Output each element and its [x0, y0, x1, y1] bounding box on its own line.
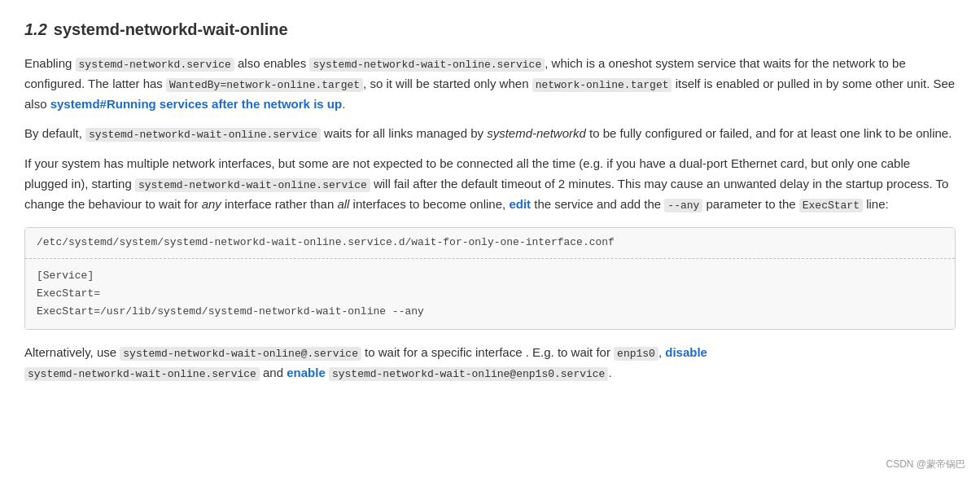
- p4-code4: systemd-networkd-wait-online@enp1s0.serv…: [329, 367, 608, 381]
- p1-code2: systemd-networkd-wait-online.service: [309, 58, 545, 72]
- p4-code3: systemd-networkd-wait-online.service: [24, 367, 260, 381]
- code-block: /etc/systemd/system/systemd-networkd-wai…: [24, 227, 956, 330]
- p3-code2: --any: [664, 199, 702, 213]
- section-title: systemd-networkd-wait-online: [54, 16, 288, 42]
- p4-code1: systemd-networkd-wait-online@.service: [120, 347, 361, 361]
- p3-italic1: any: [202, 197, 221, 211]
- p3-text6: parameter to the: [702, 197, 798, 211]
- code-line-3: ExecStart=/usr/lib/systemd/systemd-netwo…: [37, 303, 943, 321]
- p3-italic2: all: [337, 197, 349, 211]
- p4-text2: to wait for a specific interface . E.g. …: [361, 345, 614, 359]
- p2-text-before: By default,: [24, 126, 85, 140]
- code-block-body: [Service] ExecStart= ExecStart=/usr/lib/…: [25, 259, 955, 329]
- p3-text7: line:: [863, 197, 889, 211]
- paragraph-4: Alternatively, use systemd-networkd-wait…: [24, 343, 956, 383]
- code-block-path: /etc/systemd/system/systemd-networkd-wai…: [25, 228, 955, 259]
- p1-code4: network-online.target: [532, 78, 672, 92]
- p3-edit-link[interactable]: edit: [509, 197, 531, 211]
- p4-disable-link[interactable]: disable: [665, 345, 707, 359]
- p2-end: to be fully configured or failed, and fo…: [586, 126, 952, 140]
- p3-code3: ExecStart: [799, 199, 863, 213]
- paragraph-1: Enabling systemd-networkd.service also e…: [24, 54, 956, 114]
- p2-italic: systemd-networkd: [487, 126, 586, 140]
- p1-text-before-code1: Enabling: [24, 56, 76, 70]
- p3-text5: the service and add the: [531, 197, 664, 211]
- p4-text3: ,: [658, 345, 665, 359]
- paragraph-3: If your system has multiple network inte…: [24, 154, 956, 214]
- p3-text3: interface rather than: [221, 197, 338, 211]
- section-heading: 1.2 systemd-networkd-wait-online: [24, 16, 956, 42]
- p1-link[interactable]: systemd#Running services after the netwo…: [50, 97, 342, 111]
- p1-middle1: also enables: [234, 56, 310, 70]
- p4-code2: enp1s0: [614, 347, 658, 361]
- p4-text1: Alternatively, use: [24, 345, 120, 359]
- p3-code1: systemd-networkd-wait-online.service: [135, 178, 370, 192]
- p2-code: systemd-networkd-wait-online.service: [85, 128, 321, 142]
- p1-end: .: [342, 97, 345, 111]
- code-line-1: [Service]: [37, 267, 943, 285]
- p4-text5: and: [260, 366, 287, 379]
- section-number: 1.2: [24, 16, 47, 42]
- p1-code3: WantedBy=network-online.target: [166, 78, 363, 92]
- p3-text4: interfaces to become online,: [349, 197, 509, 211]
- paragraph-2: By default, systemd-networkd-wait-online…: [24, 124, 956, 144]
- p4-text7: .: [608, 366, 611, 379]
- p1-code1: systemd-networkd.service: [76, 58, 234, 72]
- p1-middle3: , so it will be started only when: [363, 77, 532, 90]
- p4-enable-link[interactable]: enable: [287, 366, 326, 379]
- p2-after-code: waits for all links managed by: [321, 126, 487, 140]
- code-line-2: ExecStart=: [37, 285, 943, 303]
